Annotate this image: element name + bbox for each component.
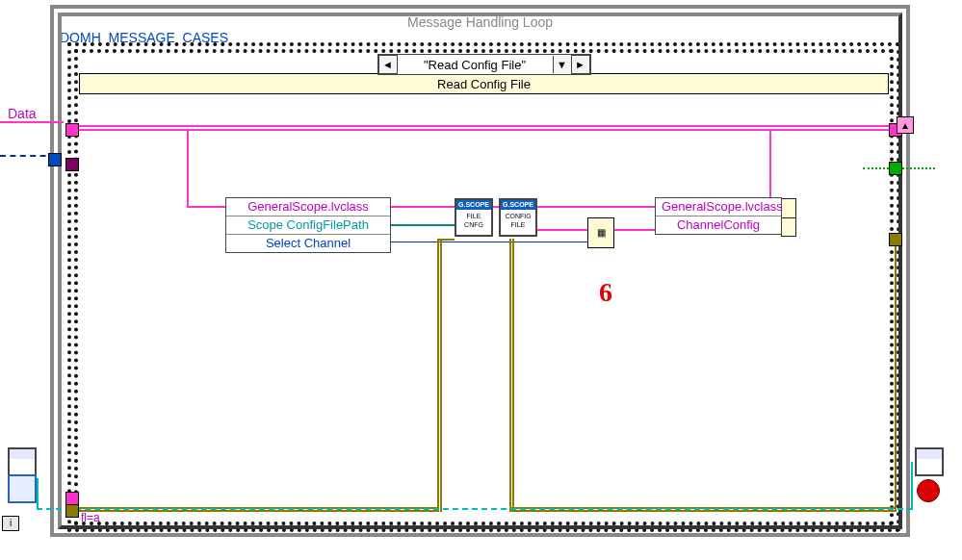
- tunnel-err-in: [65, 504, 79, 518]
- wire-data-into-unbundle: [187, 206, 225, 208]
- bundle-row-class: GeneralScope.lvclass: [656, 198, 781, 216]
- while-loop: Message Handling Loop DQMH_MESSAGE_CASES…: [50, 5, 910, 537]
- stop-button-icon[interactable]: [917, 479, 940, 502]
- wire-cyan-up-r: [911, 462, 913, 509]
- i-terminal: i: [2, 516, 19, 531]
- unbundle-row-path: Scope ConfigFilePath: [226, 216, 390, 235]
- selector-next-icon[interactable]: ►: [571, 55, 590, 74]
- case-selector[interactable]: ◄ "Read Config File" ▼ ►: [377, 54, 591, 75]
- wire-class-out: [389, 206, 456, 208]
- fla-label: fl=a: [81, 511, 100, 524]
- wire-err-down2: [509, 239, 511, 512]
- unbundle-row-class: GeneralScope.lvclass: [226, 198, 390, 216]
- annotation-6: 6: [599, 277, 612, 308]
- enqueue-icon[interactable]: [915, 447, 944, 476]
- bundle-node[interactable]: [781, 198, 796, 237]
- wire-err-out-v: [895, 239, 897, 512]
- wire-path-out: [389, 224, 456, 226]
- wire-to-index: [533, 229, 587, 231]
- vi1-body: FILE CNFG: [456, 210, 491, 235]
- selector-dropdown-icon[interactable]: ▼: [553, 56, 571, 73]
- wire-err-in-h: [71, 510, 437, 512]
- bundle-by-name[interactable]: GeneralScope.lvclass ChannelConfig: [655, 197, 782, 235]
- tunnel-blue-in: [48, 153, 62, 166]
- selector-value: "Read Config File": [398, 58, 553, 72]
- variant-icon[interactable]: [8, 474, 37, 503]
- tunnel-variant-in: [65, 158, 79, 171]
- wire-queue-cyan: [37, 508, 913, 510]
- wire-err-into-vi: [437, 239, 455, 241]
- tunnel-green-out: [889, 162, 902, 175]
- tunnel-pink-lowin: [65, 492, 79, 505]
- wire-err-up1: [437, 239, 439, 512]
- bundle-row-chanconfig: ChannelConfig: [656, 216, 781, 234]
- wire-cyan-up: [37, 478, 39, 509]
- case-structure: ◄ "Read Config File" ▼ ► Read Config Fil…: [67, 42, 900, 532]
- selector-prev-icon[interactable]: ◄: [378, 55, 398, 74]
- vi2-header: G.SCOPE: [501, 200, 535, 210]
- unbundle-by-name[interactable]: GeneralScope.lvclass Scope ConfigFilePat…: [225, 197, 391, 253]
- case-banner: Read Config File: [79, 73, 889, 94]
- wire-err-out-h: [509, 510, 897, 512]
- wire-index-to-bundle: [612, 229, 657, 231]
- vi1-header: G.SCOPE: [456, 200, 491, 210]
- wire-data-down2: [769, 129, 771, 200]
- wire-data-down1: [187, 129, 189, 206]
- unbundle-row-channel: Select Channel: [226, 235, 390, 252]
- wire-data-external: [0, 121, 64, 123]
- shift-register-up-icon[interactable]: ▲: [897, 116, 914, 134]
- data-wire-label: Data: [8, 106, 37, 121]
- vi-file-cnfg[interactable]: G.SCOPE FILE CNFG: [455, 198, 493, 237]
- wire-channel-out: [389, 242, 587, 242]
- wire-data-main: [71, 129, 897, 131]
- tunnel-err-out: [889, 233, 902, 246]
- vi-config-file[interactable]: G.SCOPE CONFIG FILE: [499, 198, 537, 237]
- tunnel-data-in: [65, 123, 79, 137]
- event-struct-icon[interactable]: [8, 447, 37, 476]
- vi2-body: CONFIG FILE: [501, 210, 535, 235]
- loop-title: Message Handling Loop: [407, 14, 553, 30]
- index-array-node[interactable]: ▦: [587, 217, 614, 248]
- wire-class-to-bundle: [533, 206, 655, 208]
